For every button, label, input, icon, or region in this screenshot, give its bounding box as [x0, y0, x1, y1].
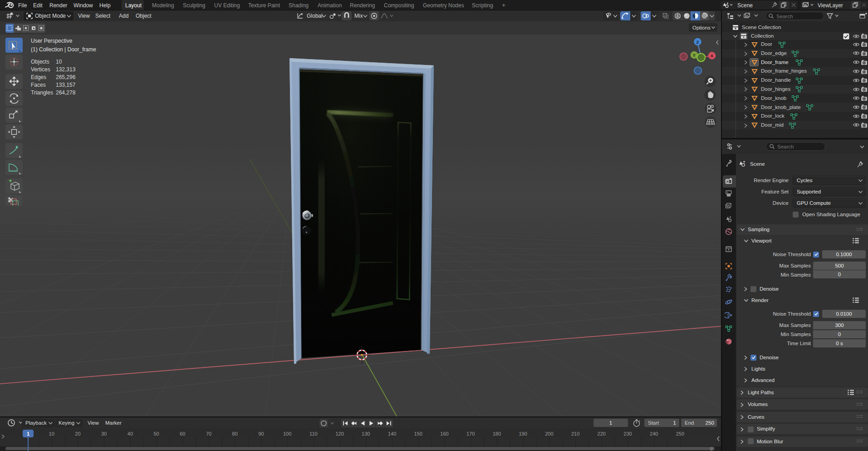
svg-text:X: X — [711, 53, 714, 58]
svg-text:Y: Y — [693, 53, 696, 58]
svg-text:Z: Z — [696, 40, 699, 45]
